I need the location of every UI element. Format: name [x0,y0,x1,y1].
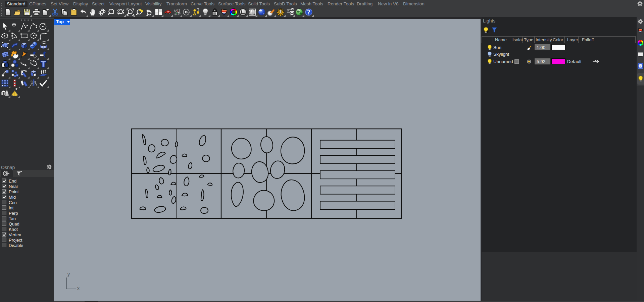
svg-text:?: ? [640,64,642,68]
svg-text:y: y [67,271,70,277]
svg-text:x: x [77,286,80,291]
